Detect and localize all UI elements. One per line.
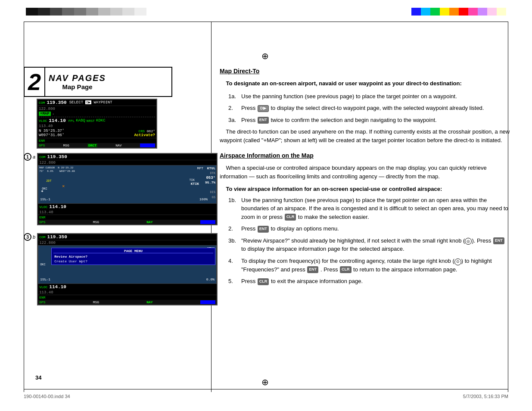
gps-screen-2: COM 119.350 122.800 MAP CURSOR N 35°25.2… <box>37 153 218 225</box>
screen2-mpt: MPT <box>197 166 203 170</box>
gps-screen-1: COM 119.350 SELECT D▶ WAYPOINT 122.800 +… <box>37 99 157 149</box>
step-1b: 1b. Use the panning function (see previo… <box>220 196 510 221</box>
screen3-com-freq: 119.350 <box>47 234 67 240</box>
key-clr-badge-1: CLR <box>285 214 296 221</box>
screen1-map-box: +MAP <box>39 112 51 116</box>
screen1-crs-val: 062° <box>147 129 155 133</box>
screen1-select-bar: SELECT D▶ WAYPOINT <box>69 100 112 105</box>
marker-1: 1 <box>24 153 31 161</box>
key-ent-badge-1: ENT <box>258 117 269 124</box>
screen2-vloc-label: VLOC <box>39 205 47 209</box>
step-2-direct: 2. Press D▶ to display the select direct… <box>220 104 510 112</box>
screen3-footer-gps: GPS <box>39 300 45 304</box>
step-2-direct-num: 2. <box>228 104 241 112</box>
screen2-tik: TIK <box>189 178 195 182</box>
screen2-footer-gps: GPS <box>39 220 45 224</box>
screen3-okc: OKC <box>40 263 46 266</box>
step-1b-num: 1b. <box>228 196 241 221</box>
screen2-map-area: MAP CURSOR N 35°25.22 73° 6.9% W097°26.8… <box>38 165 217 204</box>
step-1a-text: Use the panning function (see previous p… <box>241 92 510 101</box>
large-knob-icon: ⊙ <box>454 258 461 265</box>
screen1-footer-drct: DRCT <box>87 143 97 147</box>
step-3a-num: 3a. <box>228 116 241 125</box>
screen1-crs-label: CRS 062° <box>134 129 155 133</box>
screen1-footer-gps: GPS <box>39 143 45 147</box>
page-number: 34 <box>35 374 41 381</box>
key-clr-badge-2: CLR <box>340 266 352 273</box>
screen1-enr: ENR <box>39 139 45 143</box>
screen3-row: 3 b COM 119.350 122.800 KTUL OKC PAGE ME… <box>24 233 218 311</box>
key-d-badge: D▶ <box>258 105 269 112</box>
screen2-dis-label: DIS <box>210 190 215 194</box>
screen3-menu-title: PAGE MENU <box>53 249 213 253</box>
screen3-com-standby: 122.800 <box>39 241 56 245</box>
screen2-row: 1 a COM 119.350 122.800 MAP CURSOR N 35°… <box>24 153 218 230</box>
key-ent-badge-4: ENT <box>307 266 318 273</box>
screen2-ktul: KTUL <box>207 166 215 170</box>
color-bar-left <box>26 8 146 16</box>
screen2-cursor-info2: 73° 6.9% W097°26.88 <box>39 170 75 173</box>
nav-pages-number: 2 <box>25 68 45 96</box>
screen2-dtk: DTK <box>210 171 215 175</box>
key-ent-badge-2: ENT <box>258 226 269 233</box>
screen1-fpl-from: KABQ <box>76 118 85 123</box>
border-bottom <box>24 389 508 389</box>
screen3-speed: 15‰-1 <box>40 277 50 281</box>
screen1-footer-nav: NAV <box>115 143 121 147</box>
screen1-com-standby: 122.800 <box>39 107 55 111</box>
screen2-dis: 053° <box>206 176 215 180</box>
screen2-com-label: COM <box>39 155 45 159</box>
screen3-menu-item1: Review Airspace? <box>53 254 213 259</box>
footer-right: 5/7/2003, 5:16:33 PM <box>463 394 508 399</box>
screen3-page-menu: PAGE MENU Review Airspace? Create User W… <box>51 248 215 265</box>
color-bar-right <box>411 8 506 16</box>
direct-to-note: The direct-to function can be used anywh… <box>220 128 510 144</box>
bottom-crosshair: ⊕ <box>261 377 269 387</box>
step-4: 4. To display the com frequency(s) for t… <box>220 257 510 274</box>
screen1-coords-n: N 35°25.37' <box>39 129 64 133</box>
step-3a: 3a. Press ENT twice to confirm the selec… <box>220 116 510 125</box>
screen1-activate: Activate? <box>134 133 155 137</box>
step-2-airspace-text: Press ENT to display an options menu. <box>241 224 510 233</box>
gps-screen-3: COM 119.350 122.800 KTUL OKC PAGE MENU R… <box>37 233 218 305</box>
screen2-cursor-info: MAP CURSOR N 35°25.22 <box>39 166 73 169</box>
screen3-100: 0.0% <box>206 277 215 281</box>
screen3-vloc-standby: 113.40 <box>39 290 53 295</box>
screen2-gs-label: GS <box>212 196 215 199</box>
step-5: 5. Press CLR to exit the airspace inform… <box>220 277 510 286</box>
screen1-nrst-label: NRST <box>87 119 95 123</box>
step-1a: 1a. Use the panning function (see previo… <box>220 92 510 101</box>
small-knob-icon: ◎ <box>465 238 472 245</box>
airspace-intro: When a special-use or controlled airspac… <box>220 164 510 181</box>
screen1-vloc-label: VLOC <box>39 119 47 123</box>
screen2-nav-indicator: ▮▮▮▮ <box>200 220 215 224</box>
screen2-dis2: 95.7% <box>205 181 215 184</box>
screen2-okc-symbol: ✚ <box>41 189 43 193</box>
step-3b-text: "Review Airspace?" should already be hig… <box>241 237 510 253</box>
step-3b: 3b. "Review Airspace?" should already be… <box>220 237 510 253</box>
left-panel: 2 NAV PAGES Map Page COM 119.350 SELECT … <box>24 67 218 313</box>
step-5-num: 5. <box>228 277 241 286</box>
screen1-com-label: COM <box>39 101 45 105</box>
screen1-nav-indicator: ▮▮▮▮ <box>140 143 155 147</box>
screen2-com-standby: 122.800 <box>39 161 56 165</box>
screen1-footer-msg: MSG <box>63 143 69 147</box>
screen3-map-area: KTUL OKC PAGE MENU Review Airspace? Crea… <box>38 245 217 284</box>
step-2-direct-text: Press D▶ to display the select direct-to… <box>241 104 510 112</box>
screen2-footer-msg: MSG <box>93 220 99 224</box>
screen3-vloc-label: VLOC <box>39 285 47 289</box>
key-clr-badge-3: CLR <box>258 278 269 285</box>
border-top <box>24 22 508 22</box>
step-2-airspace: 2. Press ENT to display an options menu. <box>220 224 510 233</box>
screen2-enr: ENR <box>39 215 45 219</box>
screen2-vloc-freq: 114.10 <box>49 204 66 209</box>
nav-pages-subtitle: Map Page <box>49 83 106 90</box>
screen1-coords-w: W097°31.06' <box>39 133 64 137</box>
screen3-label-b: b <box>33 234 35 240</box>
step-4-text: To display the com frequency(s) for the … <box>241 257 510 274</box>
screen3-footer-nav: NAY <box>146 300 152 304</box>
screen3-com-label: COM <box>39 235 45 239</box>
screen1-com-freq: 119.350 <box>47 100 66 105</box>
top-crosshair: ⊕ <box>261 51 269 61</box>
screen2-com-freq: 119.350 <box>47 154 67 159</box>
